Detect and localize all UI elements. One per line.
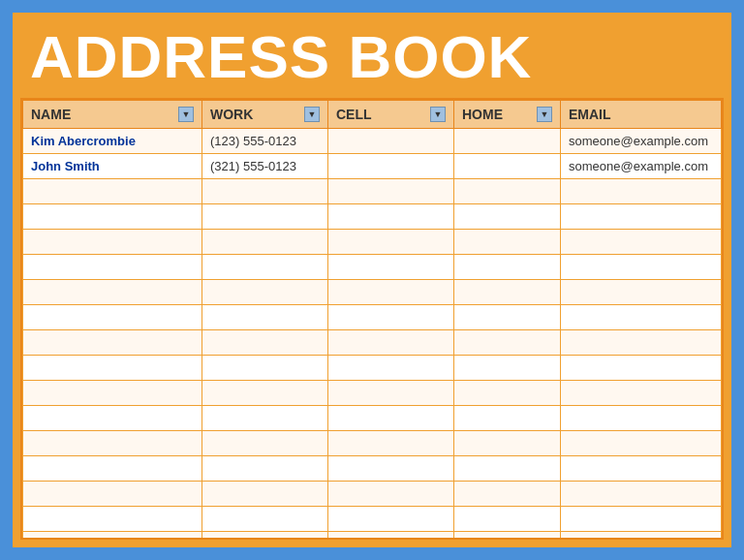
cell-name-8[interactable] — [23, 330, 202, 356]
cell-cell-10[interactable] — [328, 381, 454, 406]
cell-email-9[interactable] — [561, 356, 722, 381]
cell-work-3[interactable] — [202, 204, 328, 230]
cell-name-4[interactable] — [23, 230, 202, 255]
table-row[interactable] — [23, 230, 722, 255]
cell-cell-16[interactable] — [328, 532, 454, 540]
cell-home-6[interactable] — [454, 280, 561, 305]
cell-email-5[interactable] — [561, 255, 722, 280]
cell-home-16[interactable] — [454, 532, 561, 540]
cell-email-4[interactable] — [561, 230, 722, 255]
table-row[interactable] — [23, 280, 722, 305]
cell-cell-5[interactable] — [328, 255, 454, 280]
cell-home-8[interactable] — [454, 330, 561, 356]
cell-cell-12[interactable] — [328, 431, 454, 456]
cell-cell-14[interactable] — [328, 482, 454, 507]
table-row[interactable] — [23, 204, 722, 230]
cell-work-10[interactable] — [202, 381, 328, 406]
cell-name-3[interactable] — [23, 204, 202, 230]
cell-email-3[interactable] — [561, 204, 722, 230]
cell-name-15[interactable] — [23, 507, 202, 532]
cell-work-0[interactable]: (123) 555-0123 — [202, 129, 328, 154]
cell-work-16[interactable] — [202, 532, 328, 540]
table-row[interactable] — [23, 255, 722, 280]
cell-home-13[interactable] — [454, 456, 561, 482]
cell-cell-9[interactable] — [328, 356, 454, 381]
cell-cell-13[interactable] — [328, 456, 454, 482]
cell-name-16[interactable] — [23, 532, 202, 540]
cell-work-2[interactable] — [202, 179, 328, 204]
table-row[interactable] — [23, 356, 722, 381]
cell-email-15[interactable] — [561, 507, 722, 532]
cell-home-15[interactable] — [454, 507, 561, 532]
table-row[interactable] — [23, 330, 722, 356]
cell-name-13[interactable] — [23, 456, 202, 482]
work-dropdown[interactable]: ▼ — [304, 107, 320, 122]
cell-name-2[interactable] — [23, 179, 202, 204]
table-row[interactable]: Kim Abercrombie(123) 555-0123someone@exa… — [23, 129, 722, 154]
cell-name-5[interactable] — [23, 255, 202, 280]
cell-cell-8[interactable] — [328, 330, 454, 356]
cell-home-0[interactable] — [454, 129, 561, 154]
cell-home-3[interactable] — [454, 204, 561, 230]
cell-work-14[interactable] — [202, 482, 328, 507]
cell-work-11[interactable] — [202, 406, 328, 431]
cell-home-4[interactable] — [454, 230, 561, 255]
table-row[interactable] — [23, 381, 722, 406]
cell-name-9[interactable] — [23, 356, 202, 381]
home-dropdown[interactable]: ▼ — [537, 107, 552, 122]
cell-email-0[interactable]: someone@example.com — [561, 129, 722, 154]
table-row[interactable] — [23, 482, 722, 507]
cell-cell-4[interactable] — [328, 230, 454, 255]
cell-home-10[interactable] — [454, 381, 561, 406]
cell-email-10[interactable] — [561, 381, 722, 406]
cell-cell-1[interactable] — [328, 154, 454, 179]
cell-home-11[interactable] — [454, 406, 561, 431]
cell-cell-11[interactable] — [328, 406, 454, 431]
cell-work-4[interactable] — [202, 230, 328, 255]
cell-name-10[interactable] — [23, 381, 202, 406]
cell-email-6[interactable] — [561, 280, 722, 305]
table-row[interactable] — [23, 406, 722, 431]
cell-email-13[interactable] — [561, 456, 722, 482]
cell-home-2[interactable] — [454, 179, 561, 204]
cell-name-6[interactable] — [23, 280, 202, 305]
cell-cell-15[interactable] — [328, 507, 454, 532]
cell-email-8[interactable] — [561, 330, 722, 356]
cell-cell-3[interactable] — [328, 204, 454, 230]
cell-work-12[interactable] — [202, 431, 328, 456]
cell-work-5[interactable] — [202, 255, 328, 280]
cell-work-1[interactable]: (321) 555-0123 — [202, 154, 328, 179]
cell-dropdown[interactable]: ▼ — [430, 107, 446, 122]
cell-work-13[interactable] — [202, 456, 328, 482]
cell-name-7[interactable] — [23, 305, 202, 330]
cell-home-5[interactable] — [454, 255, 561, 280]
name-dropdown[interactable]: ▼ — [178, 107, 194, 122]
cell-cell-0[interactable] — [328, 129, 454, 154]
cell-work-8[interactable] — [202, 330, 328, 356]
cell-work-7[interactable] — [202, 305, 328, 330]
cell-home-7[interactable] — [454, 305, 561, 330]
cell-work-6[interactable] — [202, 280, 328, 305]
cell-email-12[interactable] — [561, 431, 722, 456]
cell-email-16[interactable] — [561, 532, 722, 540]
table-row[interactable] — [23, 456, 722, 482]
table-row[interactable]: John Smith(321) 555-0123someone@example.… — [23, 154, 722, 179]
cell-home-1[interactable] — [454, 154, 561, 179]
cell-name-1[interactable]: John Smith — [23, 154, 202, 179]
table-row[interactable] — [23, 431, 722, 456]
cell-home-14[interactable] — [454, 482, 561, 507]
cell-email-2[interactable] — [561, 179, 722, 204]
cell-home-9[interactable] — [454, 356, 561, 381]
cell-home-12[interactable] — [454, 431, 561, 456]
cell-name-11[interactable] — [23, 406, 202, 431]
table-row[interactable] — [23, 532, 722, 540]
cell-cell-6[interactable] — [328, 280, 454, 305]
cell-email-14[interactable] — [561, 482, 722, 507]
cell-name-0[interactable]: Kim Abercrombie — [23, 129, 202, 154]
table-row[interactable] — [23, 179, 722, 204]
cell-name-12[interactable] — [23, 431, 202, 456]
cell-name-14[interactable] — [23, 482, 202, 507]
cell-cell-2[interactable] — [328, 179, 454, 204]
cell-work-9[interactable] — [202, 356, 328, 381]
cell-cell-7[interactable] — [328, 305, 454, 330]
